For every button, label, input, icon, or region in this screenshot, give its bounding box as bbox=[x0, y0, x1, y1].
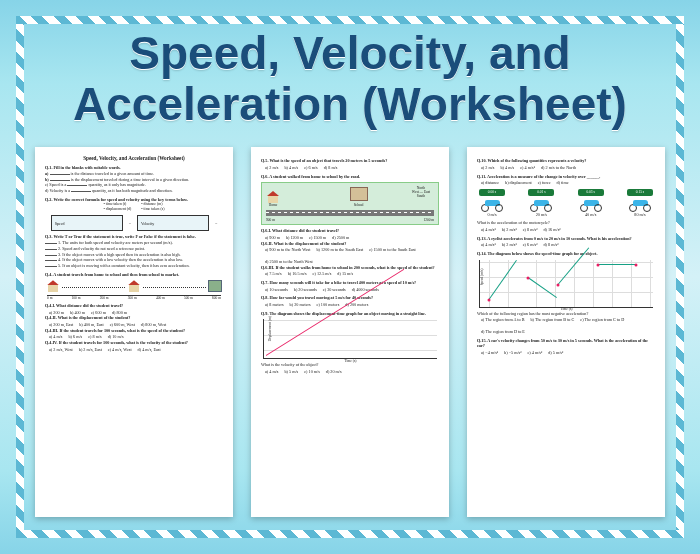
worksheet-page-2: Q.5. What is the speed of an object that… bbox=[251, 147, 449, 517]
q4-scale: 0 m100 m200 m300 m400 m500 m600 m bbox=[47, 295, 221, 301]
seg-bc bbox=[528, 277, 557, 298]
q12-opts: a) 4 m/s²b) 2 m/s²c) 8 m/s²d) 16 m/s² bbox=[477, 227, 655, 233]
q1-b-text: is the displacement traveled during a ti… bbox=[71, 177, 189, 182]
q14: Q.14. The diagram below shows the speed-… bbox=[477, 251, 655, 335]
q11-opts: a) distanceb) displacementc) forced) tim… bbox=[477, 180, 655, 186]
q5-opts: a) 2 m/sb) 4 m/sc) 6 m/sd) 8 m/s bbox=[261, 165, 439, 171]
y-axis-label: Displacement (m) bbox=[268, 316, 273, 341]
q11-prompt: Q.11. Acceleration is a measure of the c… bbox=[477, 174, 655, 180]
moto-0: 0.00 s0 m/s bbox=[479, 189, 505, 217]
q2: Q.2. Write the correct formula for speed… bbox=[45, 197, 223, 232]
dist-label: 900 m bbox=[266, 218, 275, 223]
q4-illustration bbox=[46, 280, 222, 292]
road bbox=[266, 210, 434, 216]
compass-icon: North West — East South bbox=[412, 187, 430, 199]
q9: Q.9. The diagram shows the displacement-… bbox=[261, 311, 439, 375]
worksheet-page-1: Speed, Velocity, and Acceleration (Works… bbox=[35, 147, 233, 517]
q4i-prompt: Q.4.I. What distance did the student tra… bbox=[45, 303, 223, 309]
x-axis-label: Time (s) bbox=[345, 359, 357, 364]
motorcycle-icon bbox=[481, 198, 503, 212]
q11: Q.11. Acceleration is a measure of the c… bbox=[477, 174, 655, 186]
page-heading: Speed, Velocity, and Acceleration (Works… bbox=[45, 155, 223, 162]
q3-s5: 5. If an object is moving with a constan… bbox=[45, 263, 223, 269]
formula-row: Speed = Velocity = bbox=[45, 215, 223, 231]
q13-opts: a) 4 m/s²b) 2 m/s²c) 6 m/s²d) 8 m/s² bbox=[477, 242, 655, 248]
q1-a-text: is the distance traveled in a given amou… bbox=[71, 171, 155, 176]
q10-opts: a) 2 m/sb) 4 m/sc) 4 m/s²d) 2 m/s to the… bbox=[477, 165, 655, 171]
q4-prompt: Q.4. A student travels from home to scho… bbox=[45, 272, 223, 278]
pages-row: Speed, Velocity, and Acceleration (Works… bbox=[0, 147, 700, 517]
q13-prompt: Q.13. A cyclist accelerates from 0 m/s t… bbox=[477, 236, 655, 242]
school-icon bbox=[350, 187, 368, 201]
q4ii-prompt: Q.4.II. What is the displacement of the … bbox=[45, 315, 223, 321]
speed-time-chart: Speed (m/s) Time (s) bbox=[479, 260, 653, 308]
q15-prompt: Q.15. A car's velocity changes from 50 m… bbox=[477, 338, 655, 349]
q6ii-opts: a) 900 m to the North Westb) 1200 m to t… bbox=[261, 247, 439, 264]
point-b bbox=[527, 276, 530, 279]
chart-line bbox=[264, 319, 437, 358]
q9-opts: a) 4 m/sb) 5 m/sc) 10 m/sd) 20 m/s bbox=[261, 369, 439, 375]
displacement-time-chart: Displacement (m) Time (s) bbox=[263, 319, 437, 359]
q1: Q.1. Fill in the blanks with suitable wo… bbox=[45, 165, 223, 193]
title-line-1: Speed, Velocity, and bbox=[0, 28, 700, 79]
moto-1: 0.01 s20 m/s bbox=[528, 189, 554, 217]
q13: Q.13. A cyclist accelerates from 0 m/s t… bbox=[477, 236, 655, 248]
q14-prompt: Q.14. The diagram below shows the speed-… bbox=[477, 251, 655, 257]
q2-terms: • time taken (t)• displacement (d) • dis… bbox=[45, 202, 223, 212]
moto-3: 0.15 s80 m/s bbox=[627, 189, 653, 217]
q1-c-lead: c) Speed is a bbox=[45, 182, 66, 187]
motorcycle-icon bbox=[629, 198, 651, 212]
school-icon bbox=[127, 280, 141, 292]
q1-d: d) Velocity is a quantity, as it has bot… bbox=[45, 188, 223, 194]
q1-c-text: quantity, as it only has magnitude. bbox=[88, 182, 145, 187]
point-c bbox=[556, 284, 559, 287]
point-d bbox=[596, 264, 599, 267]
seg-ab bbox=[488, 259, 517, 299]
q1-d-text: quantity, as it has both magnitude and d… bbox=[92, 188, 172, 193]
q10-prompt: Q.10. Which of the following quantities … bbox=[477, 158, 655, 164]
q4iv-opts: a) 2 m/s, Westb) 2 m/s, Eastc) 4 m/s, We… bbox=[45, 347, 223, 353]
eq-2: = bbox=[215, 221, 217, 227]
market-icon bbox=[208, 280, 222, 292]
q6i-prompt: Q.6.I. What distance did the student tra… bbox=[261, 228, 439, 234]
seg-de bbox=[598, 264, 636, 265]
motorcycle-icon bbox=[580, 198, 602, 212]
q4: Q.4. A student travels from home to scho… bbox=[45, 272, 223, 353]
q6-prompt: Q.6. A student walked from home to schoo… bbox=[261, 174, 439, 180]
speed-box: Speed bbox=[51, 215, 123, 231]
velocity-box: Velocity bbox=[137, 215, 209, 231]
moto-2: 0.03 s40 m/s bbox=[578, 189, 604, 217]
motorcycle-icon bbox=[530, 198, 552, 212]
q4iv-prompt: Q.4.IV. If the student travels for 100 s… bbox=[45, 340, 223, 346]
q3: Q.3. Write T or True if the statement is… bbox=[45, 234, 223, 268]
q15-opts: a) −4 m/s²b) −5 m/s²c) 4 m/s²d) 5 m/s² bbox=[477, 350, 655, 356]
term-3: • time taken (s) bbox=[141, 207, 164, 212]
q6ii-prompt: Q.6.II. What is the displacement of the … bbox=[261, 241, 439, 247]
title-line-2: Acceleration (Worksheet) bbox=[0, 79, 700, 130]
q15: Q.15. A car's velocity changes from 50 m… bbox=[477, 338, 655, 356]
y-axis-label: Speed (m/s) bbox=[480, 269, 485, 286]
home-icon bbox=[266, 191, 280, 203]
q6: Q.6. A student walked from home to schoo… bbox=[261, 174, 439, 278]
q12: 0.00 s0 m/s 0.01 s20 m/s 0.03 s40 m/s 0.… bbox=[477, 189, 655, 233]
q12-prompt: What is the acceleration of the motorcyc… bbox=[477, 220, 655, 226]
q1-d-lead: d) Velocity is a bbox=[45, 188, 70, 193]
term-2: • displacement (d) bbox=[104, 207, 132, 212]
point-e bbox=[634, 264, 637, 267]
q14-opts: a) The region from A to Bb) The region f… bbox=[477, 317, 655, 334]
q4iii-prompt: Q.4.III. If the student travels for 100 … bbox=[45, 328, 223, 334]
motorcycle-row: 0.00 s0 m/s 0.01 s20 m/s 0.03 s40 m/s 0.… bbox=[479, 189, 653, 217]
q5-prompt: Q.5. What is the speed of an object that… bbox=[261, 158, 439, 164]
q6-map: North West — East South Home School 900 … bbox=[261, 182, 439, 225]
x-axis-label: Time (s) bbox=[561, 307, 573, 312]
home-icon bbox=[46, 280, 60, 292]
q10: Q.10. Which of the following quantities … bbox=[477, 158, 655, 170]
worksheet-page-3: Q.10. Which of the following quantities … bbox=[467, 147, 665, 517]
q6iii-prompt: Q.6.III. If the student walks from home … bbox=[261, 265, 439, 271]
worksheet-title: Speed, Velocity, and Acceleration (Works… bbox=[0, 0, 700, 129]
eq-1: = bbox=[129, 221, 131, 227]
q5: Q.5. What is the speed of an object that… bbox=[261, 158, 439, 170]
point-a bbox=[487, 298, 490, 301]
